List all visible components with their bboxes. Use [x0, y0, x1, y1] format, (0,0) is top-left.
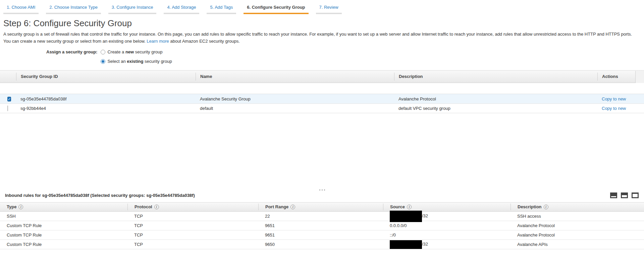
inbound-rules-pane-header: Inbound rules for sg-05e35e44785da038f (… [0, 192, 644, 202]
info-icon[interactable]: i [290, 205, 295, 209]
info-icon[interactable]: i [154, 205, 159, 209]
column-protocol: Protocoli [127, 204, 258, 210]
rule-port-range: 9651 [258, 232, 383, 238]
rule-type: Custom TCP Rule [0, 232, 127, 238]
table-row-default-group[interactable]: sg-92bb44e4 default default VPC security… [0, 103, 644, 113]
sg-id-value: sg-92bb44e4 [16, 106, 196, 111]
rule-description: SSH access [511, 214, 644, 219]
tab-add-tags[interactable]: 5. Add Tags [207, 4, 236, 14]
radio-select-existing-label: Select an existing security group [107, 58, 172, 65]
page-description: A security group is a set of firewall ru… [3, 31, 640, 45]
radio-select-existing-group[interactable]: Select an existing security group [101, 58, 172, 65]
rule-port-range: 9651 [258, 223, 383, 228]
column-type: Typei [0, 204, 127, 210]
rule-port-range: 22 [258, 214, 383, 219]
page-title: Step 6: Configure Security Group [3, 18, 644, 29]
column-port-range: Port Rangei [258, 204, 383, 210]
checkbox-unchecked-icon[interactable] [7, 105, 8, 111]
column-source: Sourcei [383, 204, 511, 210]
pane-split-icon[interactable] [621, 192, 628, 198]
radio-create-new-label: Create a new security group [107, 49, 162, 55]
redacted-ip-block [390, 240, 422, 249]
security-groups-table-header: Security Group ID Name Description Actio… [0, 70, 644, 83]
assign-options: Create a new security group Select an ex… [101, 49, 172, 65]
rule-port-range: 9650 [258, 242, 383, 247]
info-icon[interactable]: i [544, 205, 548, 209]
redacted-ip-block [390, 211, 422, 222]
column-security-group-id: Security Group ID [16, 73, 196, 81]
tab-review[interactable]: 7. Review [316, 4, 342, 14]
inbound-rules-title: Inbound rules for sg-05e35e44785da038f (… [5, 193, 195, 198]
rule-source: /32 [383, 213, 511, 219]
sg-description-value: Avalanche Protocol [394, 96, 597, 101]
sg-id-value: sg-05e35e44785da038f [16, 96, 196, 101]
tab-configure-security-group[interactable]: 6. Configure Security Group [244, 4, 308, 14]
inbound-rule-row-9651-ipv6: Custom TCP Rule TCP 9651 ::/0 Avalanche … [0, 230, 644, 240]
inbound-rules-table-header: Typei Protocoli Port Rangei Sourcei Desc… [0, 202, 644, 212]
rule-description: Avalanche Protocol [511, 223, 644, 228]
sg-name-value: default [196, 106, 394, 111]
description-text-after: about Amazon EC2 security groups. [170, 39, 239, 44]
rule-protocol: TCP [127, 242, 258, 247]
info-icon[interactable]: i [407, 205, 412, 209]
tab-choose-ami[interactable]: 1. Choose AMI [3, 4, 39, 14]
column-name: Name [196, 73, 394, 81]
pane-maximize-icon[interactable] [632, 192, 639, 198]
radio-selected-icon[interactable] [101, 59, 105, 64]
tab-configure-instance[interactable]: 3. Configure Instance [108, 4, 157, 14]
header-checkbox-column [0, 73, 16, 81]
rule-source: 0.0.0.0/0 [383, 223, 511, 228]
table-row-avalanche-security-group[interactable]: ✓ sg-05e35e44785da038f Avalanche Securit… [0, 94, 644, 103]
security-groups-table: Security Group ID Name Description Actio… [0, 70, 644, 113]
inbound-rules-table: Typei Protocoli Port Rangei Sourcei Desc… [0, 202, 644, 249]
column-description: Descriptioni [511, 204, 644, 210]
inbound-rule-row-ssh: SSH TCP 22 /32 SSH access [0, 212, 644, 221]
description-text: A security group is a set of firewall ru… [3, 32, 632, 44]
learn-more-link[interactable]: Learn more [147, 39, 169, 44]
assign-security-group-label: Assign a security group: [46, 49, 97, 65]
rule-description: Avalanche APIs [511, 242, 644, 247]
rule-protocol: TCP [127, 214, 258, 219]
column-description: Description [394, 73, 597, 81]
pane-resize-handle[interactable] [0, 188, 644, 192]
copy-to-new-link[interactable]: Copy to new [602, 106, 626, 111]
sg-name-value: Avalanche Security Group [196, 96, 394, 101]
inbound-rule-row-9650: Custom TCP Rule TCP 9650 /32 Avalanche A… [0, 240, 644, 249]
rule-protocol: TCP [127, 223, 258, 228]
assign-security-group-row: Assign a security group: Create a new se… [46, 49, 644, 65]
sg-description-value: default VPC security group [394, 106, 597, 111]
rule-description: Avalanche Protocol [511, 232, 644, 238]
pane-size-controls [610, 192, 639, 198]
copy-to-new-link[interactable]: Copy to new [602, 96, 626, 101]
table-scroll-corner [635, 71, 644, 83]
checkbox-checked-icon[interactable]: ✓ [7, 97, 11, 101]
tab-add-storage[interactable]: 4. Add Storage [164, 4, 199, 14]
empty-area [0, 113, 644, 188]
rule-type: Custom TCP Rule [0, 223, 127, 228]
rule-source: /32 [383, 242, 511, 248]
rule-type: Custom TCP Rule [0, 242, 127, 247]
info-icon[interactable]: i [18, 205, 23, 209]
rule-source: ::/0 [383, 232, 511, 238]
table-gap [0, 83, 644, 94]
rule-protocol: TCP [127, 232, 258, 238]
rule-type: SSH [0, 214, 127, 219]
radio-create-new-group[interactable]: Create a new security group [101, 49, 172, 55]
tab-choose-instance-type[interactable]: 2. Choose Instance Type [46, 4, 101, 14]
wizard-step-tabs: 1. Choose AMI 2. Choose Instance Type 3.… [0, 0, 644, 14]
security-groups-rows: ✓ sg-05e35e44785da038f Avalanche Securit… [0, 94, 644, 113]
pane-minimize-icon[interactable] [610, 192, 617, 198]
inbound-rule-row-9651-ipv4: Custom TCP Rule TCP 9651 0.0.0.0/0 Avala… [0, 221, 644, 230]
radio-unselected-icon[interactable] [101, 50, 105, 54]
